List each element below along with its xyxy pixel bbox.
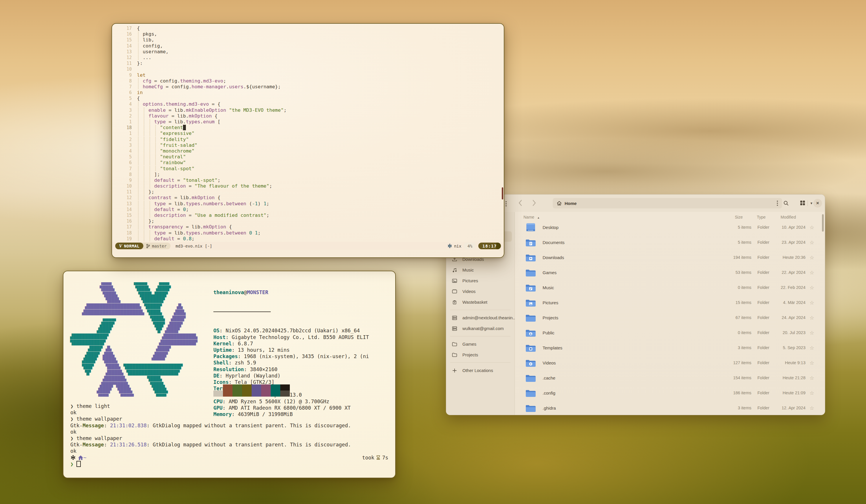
pictures-icon [452,278,457,284]
star-icon[interactable]: ☆ [806,284,818,291]
column-header-size[interactable]: Size [735,215,743,220]
table-row[interactable]: .config186 itemsFolderHeute 21:09☆ [515,385,825,400]
line-number: 17 [112,224,137,230]
star-icon[interactable]: ☆ [806,405,818,411]
at-separator: @ [244,290,247,295]
file-modified: 22. Feb 2024 [773,285,806,290]
sidebar-item-other-locations[interactable]: Other Locations [446,365,514,376]
search-button[interactable] [783,200,789,206]
code-line: 8│ │ │ ]; [112,172,504,178]
code-text: let [137,72,146,78]
line-number: 12 [112,195,137,201]
star-icon[interactable]: ☆ [806,360,818,366]
clock-pill: 18:17 [478,243,501,249]
file-size: 3 items [699,406,751,410]
folder-icon [525,343,536,352]
sidebar-list: DownloadsMusicPicturesVideosWastebasketa… [446,254,514,376]
sidebar-item-wulkanat-gmail-com[interactable]: wulkanat@gmail.com [446,323,514,334]
table-row[interactable]: Desktop5 itemsFolder10. Apr 2024☆ [515,220,825,235]
file-type: Folder [751,330,773,335]
column-header-type[interactable]: Type [757,215,766,220]
editor-code[interactable]: 17{16│ pkgs,15│ lib,14│ config,13│ usern… [112,25,504,242]
code-line: 14│ │ │ default = 0; [112,207,504,212]
star-icon[interactable]: ☆ [806,224,818,231]
sidebar-item-music[interactable]: Music [446,265,514,275]
table-row[interactable]: Public0 itemsFolder20. Jul 2023☆ [515,325,825,340]
table-row[interactable]: Downloads194 itemsFolderHeute 20:36☆ [515,250,825,265]
code-line: 2│ │ │ │ "fidelity" [112,137,504,143]
code-line: 18│ │ │ type = lib.types.numbers.between… [112,230,504,236]
star-icon[interactable]: ☆ [806,345,818,351]
path-menu-kebab-icon[interactable] [777,200,778,207]
star-icon[interactable]: ☆ [806,255,818,260]
videos-icon [452,289,457,294]
star-icon[interactable]: ☆ [806,375,818,381]
fetch-label: Kernel [213,341,232,347]
table-row[interactable]: Templates3 itemsFolder5. Sep 2023☆ [515,340,825,355]
code-text: │ config, [137,43,163,49]
list-scrollbar[interactable] [822,214,824,232]
line-number: 5 [112,154,137,160]
fetch-title: theaninova@MONSTER [213,289,369,295]
file-type: Folder [751,225,773,229]
shell-prompt[interactable]: ❯ [70,461,388,467]
table-row[interactable]: Documents5 itemsFolder23. Apr 2024☆ [515,235,825,250]
code-line: 4│ options.theming.md3-evo = { [112,101,504,107]
sidebar-item-wastebasket[interactable]: Wastebasket [446,297,514,307]
star-icon[interactable]: ☆ [806,315,818,321]
table-row[interactable]: .ghidra3 itemsFolder12. Apr 2024☆ [515,400,825,415]
table-row[interactable]: Pictures15 itemsFolder4. Mär 2024☆ [515,295,825,310]
code-text: │ │ │ description = "Use a modified cont… [137,212,269,218]
column-header-name[interactable]: Name▲ [523,215,540,220]
sidebar-menu-kebab-icon[interactable] [506,200,507,207]
star-icon[interactable]: ☆ [806,390,818,396]
fetch-label: Packages [213,354,238,359]
shell-line: ok [70,409,388,416]
file-type: Folder [751,255,773,260]
code-text: │ ... [137,55,152,60]
file-modified: 5. Sep 2023 [773,345,806,350]
sidebar-item-label: Music [463,268,474,272]
table-row[interactable]: Projects67 itemsFolder24. Apr 2024☆ [515,310,825,325]
sidebar-item-games[interactable]: Games [446,339,514,349]
column-header-modified[interactable]: Modified [780,215,796,220]
table-row[interactable]: .cache154 itemsFolderHeute 21:28☆ [515,370,825,385]
prompt-path: ~ [84,455,87,461]
sidebar-item-projects[interactable]: Projects [446,349,514,360]
file-name: .cache [536,376,699,380]
nixos-ascii-logo: ▗▄▄▄ ▗▄▄▄▄ ▄▄▄▖ ▜███▙ ▜███▙ ▟███▛ ▜███▙ … [70,279,198,400]
editor-scrollbar[interactable] [502,187,503,200]
line-number: 15 [112,212,137,218]
file-name: .config [536,391,699,395]
file-modified: Heute 9:13 [773,360,806,365]
file-type: Folder [751,285,773,290]
star-icon[interactable]: ☆ [806,330,818,336]
sidebar-item-pictures[interactable]: Pictures [446,275,514,286]
close-button[interactable]: × [813,199,822,208]
line-number: 5 [112,96,137,101]
star-icon[interactable]: ☆ [806,300,818,306]
back-button[interactable] [519,200,522,206]
table-row[interactable]: Games53 itemsFolder22. Apr 2024☆ [515,265,825,280]
line-number: 7 [112,84,137,90]
forward-button[interactable] [532,200,536,206]
star-icon[interactable]: ☆ [806,239,818,246]
file-modified: 23. Apr 2024 [773,240,806,245]
star-icon[interactable]: ☆ [806,269,818,276]
line-number: 7 [112,166,137,172]
table-row[interactable]: Videos127 itemsFolderHeute 9:13☆ [515,355,825,370]
username-text: theaninova [213,290,244,295]
prompt-char: ❯ [70,461,74,467]
line-number: 8 [112,78,137,84]
view-options-caret[interactable]: ▼ [810,201,813,205]
palette-swatch [213,391,223,396]
sidebar-item-admin-nextcloud-theanin-[interactable]: admin@nextcloud.theanin... [446,312,514,323]
table-row[interactable]: Music0 itemsFolder22. Feb 2024☆ [515,280,825,295]
path-bar[interactable]: Home [553,198,782,209]
shell-line: Gtk-Message: 21:31:02.838: GtkDialog map… [70,422,388,429]
code-text: │ │ }; [137,189,154,195]
grid-view-button[interactable] [800,200,805,205]
shell-scrollback[interactable]: ❯ theme lightok❯ theme wallpaperGtk-Mess… [70,403,388,467]
file-modified: Heute 21:28 [773,376,806,380]
sidebar-item-videos[interactable]: Videos [446,286,514,297]
